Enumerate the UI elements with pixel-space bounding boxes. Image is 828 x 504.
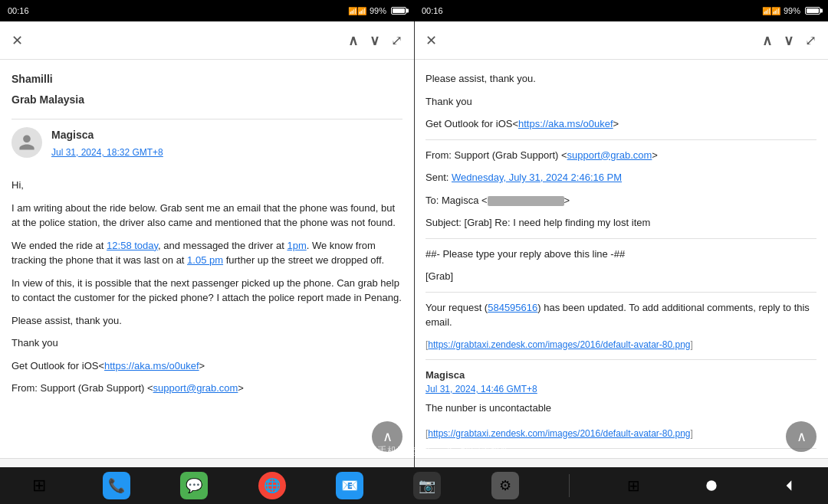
from-right: From: Support (Grab Support) <support@gr…	[426, 148, 816, 163]
panel-divider	[414, 0, 415, 504]
body6: Get Outlook for iOS<https://aka.ms/o0uke…	[12, 358, 402, 374]
zendesk-link-2[interactable]: https://grabtaxi.zendesk.com/images/2016…	[428, 428, 690, 439]
support-email-link-left[interactable]: support@grab.com	[153, 382, 238, 394]
body2-mid: , and messaged the driver at	[158, 240, 287, 251]
email-body-left: Hi, I am writing about the ride below. G…	[12, 178, 402, 396]
nav-down-left[interactable]: ∨	[370, 32, 380, 49]
sent-right: Sent: Wednesday, July 31, 2024 2:46:16 P…	[426, 170, 816, 185]
battery-icon-right	[805, 7, 820, 15]
subject-right: Subject: [Grab] Re: I need help finding …	[426, 215, 816, 231]
greeting: Hi,	[12, 178, 402, 193]
thread-item-2: Magisca Jul 31, 2024, 14:46 GMT+8 The nu…	[426, 368, 816, 416]
nav-right: ∧ ∨ ⤢	[762, 32, 816, 49]
link-time3[interactable]: 1.05 pm	[187, 254, 223, 266]
expand-icon-right[interactable]: ✕	[426, 32, 437, 49]
email-content-left: Shamilli Grab Malaysia Magisca Jul 31, 2…	[0, 60, 414, 458]
separator	[569, 474, 570, 497]
body1: I am writing about the ride below. Grab …	[12, 201, 402, 231]
nav-home-icon[interactable]	[698, 472, 725, 499]
sender-date-left[interactable]: Jul 31, 2024, 18:32 GMT+8	[51, 146, 402, 159]
body2: We ended the ride at 12:58 today, and me…	[12, 238, 402, 268]
back-icon	[781, 478, 797, 493]
zendesk1: [https://grabtaxi.zendesk.com/images/201…	[426, 338, 816, 352]
time-right: 00:16	[422, 6, 443, 15]
request-text: Your request (584595616) has been update…	[426, 300, 816, 330]
svg-marker-1	[787, 480, 792, 490]
right-body3: Get Outlook for iOS<https://aka.ms/o0uke…	[426, 116, 816, 132]
signal-icon-left: 📶📶	[348, 7, 366, 15]
person-icon	[18, 133, 36, 152]
email-header-row: Magisca Jul 31, 2024, 18:32 GMT+8	[12, 127, 402, 169]
time-left: 00:16	[8, 6, 29, 15]
email-panel-right: ✕ ∧ ∨ ⤢ Please assist, thank you. Thank …	[414, 21, 828, 504]
org-name: Grab Malaysia	[12, 92, 402, 108]
app-settings-icon[interactable]: ⚙	[491, 472, 519, 499]
app-browser-icon[interactable]: 🌐	[258, 472, 286, 499]
scroll-up-button-left[interactable]: ∧	[372, 421, 402, 452]
battery-text-right: 99%	[784, 6, 800, 15]
battery-text-left: 99%	[370, 6, 386, 15]
link-time1[interactable]: 12:58 today	[107, 240, 158, 251]
sender-name-left: Magisca	[51, 127, 402, 143]
sent-date-right[interactable]: Wednesday, July 31, 2024 2:46:16 PM	[452, 172, 622, 183]
zendesk-link-1[interactable]: https://grabtaxi.zendesk.com/images/2016…	[428, 339, 690, 350]
nav-up-right[interactable]: ∧	[762, 32, 772, 49]
request-number[interactable]: 584595616	[488, 302, 537, 313]
right-body1: Please assist, thank you.	[426, 71, 816, 87]
app-messages-icon[interactable]: 💬	[180, 472, 208, 499]
thread-date-2[interactable]: Jul 31, 2024, 14:46 GMT+8	[426, 382, 816, 396]
nav-down-right[interactable]: ∨	[784, 32, 794, 49]
thread-sender-2: Magisca	[426, 368, 816, 383]
link-time2[interactable]: 1pm	[287, 240, 306, 251]
nav-left: ∧ ∨ ⤢	[348, 32, 402, 49]
masked-email	[488, 196, 564, 206]
status-icons-left: 📶📶 99%	[348, 6, 406, 15]
signal-icon-right: 📶📶	[762, 7, 780, 15]
email-header-info: Magisca Jul 31, 2024, 18:32 GMT+8	[51, 127, 402, 169]
email-content-right: Please assist, thank you. Thank you Get …	[414, 60, 828, 458]
app-phone-icon[interactable]: 📞	[103, 472, 130, 499]
from-line: From: Support (Grab Support) <support@gr…	[12, 381, 402, 396]
app-email-icon[interactable]: 📧	[336, 472, 363, 499]
support-email-right[interactable]: support@grab.com	[567, 149, 652, 161]
status-bar-left: 00:16 📶📶 99%	[0, 0, 414, 21]
toolbar-right: ✕ ∧ ∨ ⤢	[414, 21, 828, 60]
toolbar-left: ✕ ∧ ∨ ⤢	[0, 21, 414, 60]
android-app-bar: ⊞ 📞 💬 🌐 📧 📷 ⚙ ⊞	[0, 467, 828, 504]
expand-icon-left[interactable]: ✕	[12, 32, 23, 49]
shrink-icon-left[interactable]: ⤢	[391, 32, 402, 49]
app-grid-icon[interactable]: ⊞	[25, 472, 53, 499]
body3: In view of this, it is possible that the…	[12, 276, 402, 306]
status-icons-right: 📶📶 99%	[762, 6, 820, 15]
body4: Please assist, thank you.	[12, 313, 402, 329]
battery-icon-left	[391, 7, 406, 15]
right-body2: Thank you	[426, 94, 816, 110]
shrink-icon-right[interactable]: ⤢	[805, 32, 816, 49]
email-body-right: Please assist, thank you. Thank you Get …	[426, 71, 816, 458]
nav-back-icon[interactable]	[775, 472, 803, 499]
body5: Thank you	[12, 335, 402, 351]
body2-pre: We ended the ride at	[12, 240, 107, 251]
marker1: ##- Please type your reply above this li…	[426, 247, 816, 262]
prev-sender-name: Shamilli	[12, 71, 402, 87]
email-panel-left: ✕ ∧ ∨ ⤢ Shamilli Grab Malaysia Magisca	[0, 21, 414, 504]
outlook-link[interactable]: https://aka.ms/o0ukef	[104, 360, 199, 371]
svg-point-0	[706, 480, 716, 490]
avatar	[12, 127, 42, 158]
zendesk2: [https://grabtaxi.zendesk.com/images/201…	[426, 427, 816, 440]
outlook-link-right[interactable]: https://aka.ms/o0ukef	[518, 118, 613, 129]
home-icon	[704, 478, 719, 493]
thread-msg-2: The nunber is uncontactable	[426, 401, 816, 416]
body2-end: further up the street we dropped off.	[223, 254, 384, 266]
to-right: To: Magisca <>	[426, 193, 816, 208]
nav-up-left[interactable]: ∧	[348, 32, 358, 49]
status-bar-right: 00:16 📶📶 99%	[414, 0, 828, 21]
app-camera-icon[interactable]: 📷	[413, 472, 441, 499]
marker2: [Grab]	[426, 269, 816, 284]
nav-apps-icon[interactable]: ⊞	[620, 472, 648, 499]
scroll-up-button-right[interactable]: ∧	[786, 421, 816, 452]
